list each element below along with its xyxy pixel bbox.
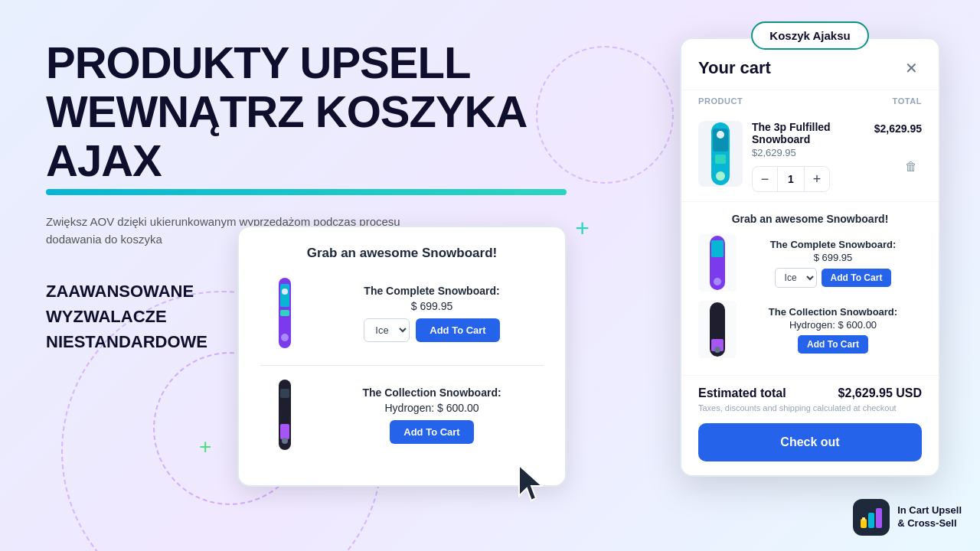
logo-area: In Cart Upsell & Cross-Sell xyxy=(853,499,962,536)
upsell-popup-title: Grab an awesome Snowboard! xyxy=(260,246,544,261)
cart-item-total: $2,629.95 xyxy=(874,121,922,135)
product2-price: Hydrogen: $ 600.00 xyxy=(320,402,544,414)
svg-point-3 xyxy=(281,334,289,341)
svg-rect-23 xyxy=(876,508,882,528)
cart-product-image xyxy=(698,121,743,187)
divider xyxy=(260,365,544,366)
checkout-button[interactable]: Check out xyxy=(698,423,922,461)
upsell-popup-product2: The Collection Snowboard: Hydrogen: $ 60… xyxy=(260,377,544,453)
cart-item-name: The 3p Fulfilled Snowboard xyxy=(752,121,865,145)
product1-image xyxy=(260,275,309,351)
svg-point-4 xyxy=(282,289,288,295)
product1-variant-select[interactable]: Ice xyxy=(364,318,410,342)
cart-upsell-item2: The Collection Snowboard: Hydrogen: $ 60… xyxy=(698,301,922,358)
svg-point-16 xyxy=(714,278,721,285)
logo-text: In Cart Upsell & Cross-Sell xyxy=(897,504,962,530)
cart-upsell-section: Grab an awesome Snowboard! The Complete … xyxy=(681,201,939,375)
svg-rect-24 xyxy=(862,517,865,520)
cart-upsell-item1: The Complete Snowboard: $ 699.95 Ice Add… xyxy=(698,234,922,292)
cart-columns: PRODUCT TOTAL xyxy=(681,90,939,112)
qty-decrease-button[interactable]: − xyxy=(753,167,777,191)
product1-name: The Complete Snowboard: xyxy=(320,285,544,297)
cart-upsell1-image xyxy=(698,234,737,292)
qty-controls: − 1 + xyxy=(752,166,830,192)
cart-upsell1-name: The Complete Snowboard: xyxy=(744,239,922,250)
svg-point-12 xyxy=(716,171,725,181)
taxes-note: Taxes, discounts and shipping calculated… xyxy=(698,403,922,412)
svg-rect-22 xyxy=(868,513,874,528)
cart-title: Your cart xyxy=(698,58,771,78)
svg-rect-7 xyxy=(280,389,289,398)
svg-rect-1 xyxy=(280,284,289,307)
cart-upsell2-name: The Collection Snowboard: xyxy=(744,306,922,318)
cart-panel: Your cart ✕ PRODUCT TOTAL The 3p Fulfill… xyxy=(680,37,940,477)
cart-item-info: The 3p Fulfilled Snowboard $2,629.95 − 1… xyxy=(752,121,865,192)
cart-upsell-title: Grab an awesome Snowboard! xyxy=(698,213,922,225)
logo-icon xyxy=(853,499,890,536)
cart-upsell2-details: The Collection Snowboard: Hydrogen: $ 60… xyxy=(744,306,922,354)
title-underline xyxy=(46,189,567,195)
cart-upsell2-add-button[interactable]: Add To Cart xyxy=(798,335,868,354)
product1-price: $ 699.95 xyxy=(320,300,544,312)
qty-increase-button[interactable]: + xyxy=(805,167,829,191)
upsell-popup-product1: The Complete Snowboard: $ 699.95 Ice Add… xyxy=(260,275,544,351)
page-title: PRODUKTY UPSELL WEWNĄTRZ KOSZYKA AJAX xyxy=(46,38,536,184)
svg-rect-11 xyxy=(715,155,726,164)
cursor-icon xyxy=(513,462,550,505)
upsell-popup: Grab an awesome Snowboard! The Complete … xyxy=(237,226,567,487)
svg-rect-2 xyxy=(280,310,289,316)
product2-image xyxy=(260,377,309,453)
estimated-value: $2,629.95 USD xyxy=(838,386,922,400)
estimated-label: Estimated total xyxy=(698,386,786,400)
close-cart-button[interactable]: ✕ xyxy=(900,57,922,79)
cart-upsell2-price: Hydrogen: $ 600.00 xyxy=(744,319,922,331)
cart-upsell1-details: The Complete Snowboard: $ 699.95 Ice Add… xyxy=(744,239,922,288)
product1-add-to-cart-button[interactable]: Add To Cart xyxy=(416,318,499,342)
col-product-label: PRODUCT xyxy=(698,96,743,106)
product1-details: The Complete Snowboard: $ 699.95 Ice Add… xyxy=(320,285,544,342)
cart-upsell1-variant-select[interactable]: Ice xyxy=(775,268,817,288)
cart-item-price-sub: $2,629.95 xyxy=(752,147,865,158)
svg-rect-15 xyxy=(711,240,724,257)
product2-name: The Collection Snowboard: xyxy=(320,386,544,399)
qty-value: 1 xyxy=(777,167,805,191)
cart-upsell2-image xyxy=(698,301,737,358)
svg-rect-6 xyxy=(280,424,289,439)
col-total-label: TOTAL xyxy=(893,96,922,106)
svg-point-8 xyxy=(282,438,288,444)
cart-upsell1-price: $ 699.95 xyxy=(744,252,922,263)
cart-panel-wrapper: Koszyk Ajaksu Your cart ✕ PRODUCT TOTAL xyxy=(680,21,940,477)
svg-point-13 xyxy=(717,131,724,139)
product2-add-to-cart-button[interactable]: Add To Cart xyxy=(390,420,473,444)
left-panel: PRODUKTY UPSELL WEWNĄTRZ KOSZYKA AJAX Zw… xyxy=(0,0,582,551)
svg-point-19 xyxy=(714,347,720,353)
remove-item-button[interactable]: 🗑 xyxy=(900,156,922,178)
koszyk-badge: Koszyk Ajaksu xyxy=(751,21,868,50)
cart-item-row: The 3p Fulfilled Snowboard $2,629.95 − 1… xyxy=(681,112,939,201)
cart-upsell1-add-button[interactable]: Add To Cart xyxy=(822,269,892,287)
estimated-total-row: Estimated total $2,629.95 USD xyxy=(698,386,922,400)
cart-footer: Estimated total $2,629.95 USD Taxes, dis… xyxy=(681,375,939,475)
product2-details: The Collection Snowboard: Hydrogen: $ 60… xyxy=(320,386,544,444)
